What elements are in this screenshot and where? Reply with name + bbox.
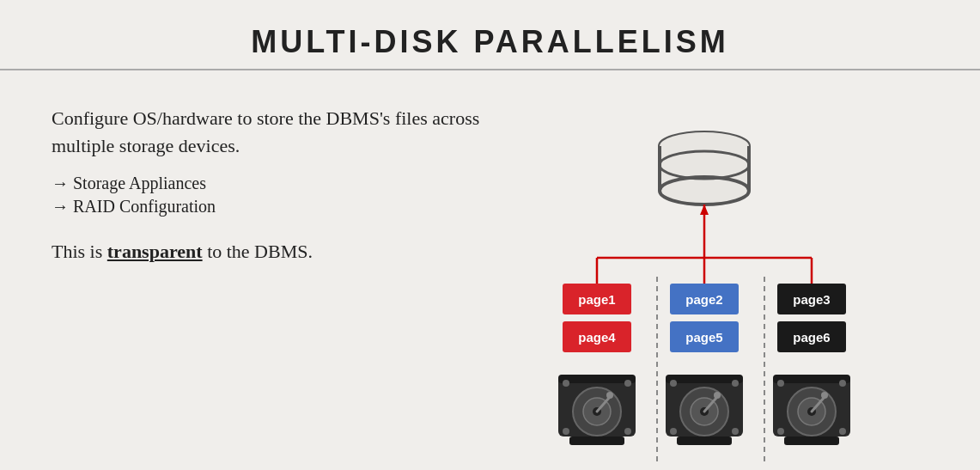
svg-point-5 — [660, 177, 749, 204]
svg-point-25 — [624, 380, 631, 387]
database-icon — [660, 132, 749, 204]
page-box-page1: page1 — [563, 284, 631, 314]
page2-label: page2 — [685, 292, 722, 307]
page-box-page5: page5 — [670, 321, 739, 352]
left-panel: Configure OS/hardware to store the DBMS'… — [52, 96, 481, 470]
svg-point-23 — [624, 428, 631, 435]
transparent-prefix: This is — [52, 241, 107, 262]
transparent-keyword: transparent — [107, 241, 203, 262]
svg-rect-50 — [784, 436, 839, 445]
svg-point-34 — [670, 428, 677, 435]
svg-point-33 — [714, 392, 721, 399]
page6-label: page6 — [793, 330, 830, 345]
svg-rect-26 — [569, 436, 624, 445]
arrow-icon-raid: → RAID Configuration — [52, 197, 216, 217]
svg-point-46 — [777, 428, 784, 435]
page3-label: page3 — [793, 292, 830, 307]
svg-point-35 — [732, 428, 739, 435]
svg-point-24 — [563, 380, 569, 387]
svg-point-49 — [839, 380, 846, 387]
disk-icon-1 — [554, 364, 640, 450]
svg-rect-40 — [773, 375, 850, 383]
svg-point-48 — [777, 380, 784, 387]
main-content: Configure OS/hardware to store the DBMS'… — [0, 70, 980, 470]
svg-point-22 — [563, 428, 569, 435]
diagram-container: page1 page4 page2 page5 page3 page6 — [507, 96, 902, 470]
transparent-suffix: to the DBMS. — [203, 241, 313, 262]
page1-label: page1 — [578, 292, 615, 307]
svg-point-45 — [821, 392, 828, 399]
disk-icon-3 — [769, 364, 855, 450]
title-section: MULTI-DISK PARALLELISM — [0, 0, 980, 70]
svg-point-21 — [606, 392, 613, 399]
svg-point-36 — [670, 380, 677, 387]
page-box-page4: page4 — [563, 321, 631, 352]
description-text: Configure OS/hardware to store the DBMS'… — [52, 105, 481, 160]
page4-label: page4 — [578, 330, 615, 345]
right-panel: page1 page4 page2 page5 page3 page6 — [498, 96, 910, 470]
page-title: MULTI-DISK PARALLELISM — [0, 24, 980, 60]
list-item-storage: → Storage Appliances — [52, 174, 481, 193]
page-box-page2: page2 — [670, 284, 739, 314]
svg-point-47 — [839, 428, 846, 435]
page5-label: page5 — [685, 330, 722, 345]
disk-icon-2 — [661, 364, 747, 450]
list-item-raid: → RAID Configuration — [52, 197, 481, 217]
transparent-sentence: This is transparent to the DBMS. — [52, 241, 481, 263]
svg-rect-38 — [677, 436, 732, 445]
svg-rect-16 — [558, 375, 636, 383]
svg-rect-28 — [666, 375, 743, 383]
arrow-icon-storage: → Storage Appliances — [52, 174, 206, 193]
page-box-page6: page6 — [777, 321, 846, 352]
page-box-page3: page3 — [777, 284, 846, 314]
svg-point-37 — [732, 380, 739, 387]
